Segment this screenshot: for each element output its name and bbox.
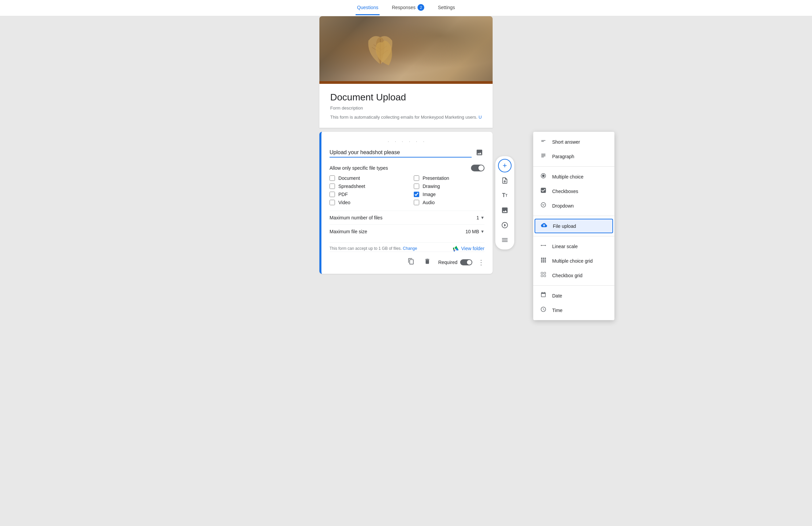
svg-rect-13 <box>545 258 546 259</box>
max-size-dropdown[interactable]: 10 MB ▼ <box>466 229 484 234</box>
add-image-button[interactable] <box>498 204 511 217</box>
menu-divider-3 <box>533 236 614 236</box>
checkbox-presentation-input[interactable] <box>414 176 419 181</box>
tab-responses[interactable]: Responses 2 <box>390 0 426 16</box>
checkbox-presentation: Presentation <box>414 176 484 181</box>
add-image-to-question-button[interactable] <box>474 147 484 159</box>
max-files-dropdown[interactable]: 1 ▼ <box>476 215 484 221</box>
max-size-value: 10 MB <box>466 229 479 234</box>
svg-rect-14 <box>541 260 542 261</box>
checkbox-image-input[interactable] <box>414 192 419 197</box>
menu-item-multiple-choice[interactable]: Multiple choice <box>533 169 614 184</box>
form-title: Document Upload <box>330 92 482 103</box>
add-question-button[interactable]: + <box>498 159 511 172</box>
file-types-toggle-row: Allow only specific file types <box>330 165 484 171</box>
menu-item-dropdown-label: Dropdown <box>552 203 574 209</box>
file-types-toggle[interactable] <box>471 165 484 171</box>
required-row: Required <box>438 259 472 265</box>
view-folder-button[interactable]: View folder <box>453 245 484 252</box>
footer-change-link[interactable]: Change <box>403 246 417 251</box>
menu-item-short-answer[interactable]: Short answer <box>533 135 614 149</box>
tab-questions[interactable]: Questions <box>356 1 380 15</box>
checkbox-spreadsheet: Spreadsheet <box>330 183 400 189</box>
menu-item-checkboxes-label: Checkboxes <box>552 189 578 194</box>
menu-divider-1 <box>533 166 614 167</box>
menu-item-date-label: Date <box>552 293 562 299</box>
menu-item-checkboxes[interactable]: Checkboxes <box>533 184 614 198</box>
leaf-decoration <box>360 30 401 71</box>
checkbox-spreadsheet-input[interactable] <box>330 183 335 189</box>
checkbox-pdf-input[interactable] <box>330 192 335 197</box>
footer-notice-text: This form can accept up to 1 GB of files… <box>330 246 402 251</box>
checkbox-image: Image <box>414 192 484 197</box>
menu-item-multiple-choice-grid[interactable]: Multiple choice grid <box>533 254 614 268</box>
menu-divider-4 <box>533 285 614 286</box>
checkbox-audio-label: Audio <box>423 200 435 205</box>
checkbox-spreadsheet-label: Spreadsheet <box>338 183 365 189</box>
tab-questions-label: Questions <box>357 5 378 10</box>
menu-item-date[interactable]: Date <box>533 288 614 303</box>
svg-rect-20 <box>541 272 543 274</box>
svg-rect-23 <box>544 275 546 277</box>
question-input-row <box>330 147 484 159</box>
linear-scale-icon <box>540 242 547 250</box>
email-notice-text: This form is automatically collecting em… <box>330 115 477 120</box>
max-size-row: Maximum file size 10 MB ▼ <box>330 224 484 238</box>
add-video-button[interactable] <box>498 219 511 232</box>
checkbox-pdf: PDF <box>330 192 400 197</box>
paragraph-icon <box>540 152 547 160</box>
max-files-arrow-icon: ▼ <box>480 215 484 220</box>
checkbox-video-input[interactable] <box>330 200 335 205</box>
time-icon <box>540 306 547 314</box>
import-questions-button[interactable] <box>498 174 511 187</box>
checkbox-document-input[interactable] <box>330 176 335 181</box>
card-actions: Required ⋮ <box>330 252 484 268</box>
menu-item-time-label: Time <box>552 307 563 313</box>
menu-item-checkbox-grid[interactable]: Checkbox grid <box>533 268 614 283</box>
menu-item-file-upload[interactable]: File upload <box>535 219 613 233</box>
question-text-input[interactable] <box>330 149 472 157</box>
svg-rect-18 <box>543 261 544 263</box>
checkbox-drawing: Drawing <box>414 183 484 189</box>
question-type-dropdown: Short answer Paragraph <box>533 132 614 320</box>
svg-rect-12 <box>543 258 544 259</box>
question-card: · · · · · · Allow only specific file typ… <box>319 132 493 274</box>
form-email-notice: This form is automatically collecting em… <box>330 115 482 120</box>
delete-button[interactable] <box>422 256 433 268</box>
file-types-grid: Document Presentation Spreadsheet <box>330 176 484 205</box>
menu-item-paragraph[interactable]: Paragraph <box>533 149 614 164</box>
checkbox-audio-input[interactable] <box>414 200 419 205</box>
add-section-button[interactable] <box>498 233 511 247</box>
checkbox-grid-icon <box>540 271 547 279</box>
short-answer-icon <box>540 138 547 146</box>
checkbox-drawing-label: Drawing <box>423 183 440 189</box>
menu-item-paragraph-label: Paragraph <box>552 154 574 159</box>
menu-item-time[interactable]: Time <box>533 303 614 317</box>
checkbox-video: Video <box>330 200 400 205</box>
menu-item-linear-scale[interactable]: Linear scale <box>533 239 614 254</box>
svg-rect-16 <box>545 260 546 261</box>
checkbox-pdf-label: PDF <box>338 192 348 197</box>
tab-settings-label: Settings <box>438 5 455 10</box>
checkbox-document: Document <box>330 176 400 181</box>
file-upload-icon <box>541 222 548 230</box>
duplicate-button[interactable] <box>406 256 417 268</box>
checkbox-document-label: Document <box>338 176 360 181</box>
card-footer: This form can accept up to 1 GB of files… <box>330 242 484 252</box>
checkbox-audio: Audio <box>414 200 484 205</box>
add-title-button[interactable]: TT <box>498 189 511 202</box>
form-title-card: Document Upload Form description This fo… <box>319 81 493 128</box>
menu-item-multiple-choice-label: Multiple choice <box>552 174 584 180</box>
more-options-button[interactable]: ⋮ <box>478 258 484 266</box>
checkbox-image-label: Image <box>423 192 436 197</box>
menu-item-linear-scale-label: Linear scale <box>552 244 578 249</box>
tab-settings[interactable]: Settings <box>436 1 456 15</box>
svg-point-6 <box>542 175 545 177</box>
checkbox-drawing-input[interactable] <box>414 183 419 189</box>
menu-item-dropdown[interactable]: Dropdown <box>533 198 614 213</box>
email-notice-link[interactable]: U <box>479 115 482 120</box>
required-toggle[interactable] <box>460 259 472 265</box>
multiple-choice-grid-icon <box>540 257 547 265</box>
file-types-label: Allow only specific file types <box>330 165 388 171</box>
required-label: Required <box>438 260 458 265</box>
